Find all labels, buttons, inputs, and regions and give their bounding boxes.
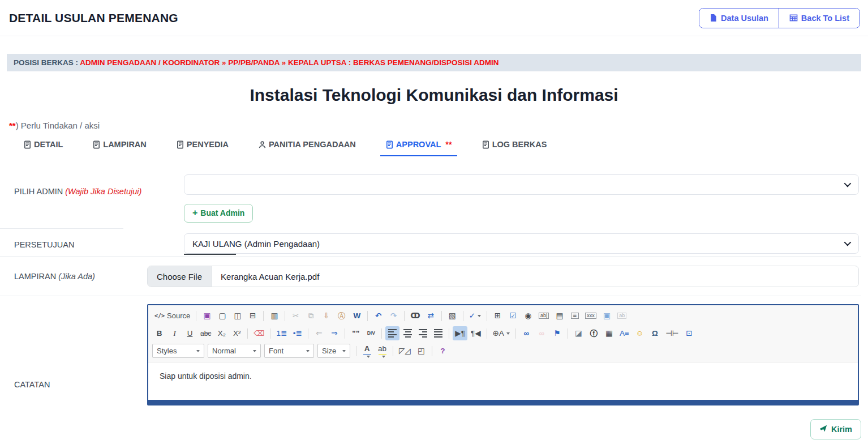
cut-button[interactable]: ✂ (289, 309, 303, 323)
caret-down-icon (196, 350, 200, 352)
source-button[interactable]: </>Source (152, 309, 192, 323)
image-button-button[interactable]: ▣ (600, 309, 614, 323)
text-field-button[interactable]: ab| (536, 309, 551, 323)
decrease-indent-button[interactable]: ⇐ (312, 326, 326, 340)
choose-file-button[interactable]: Choose File (148, 266, 212, 287)
maximize-icon: ◸◿ (399, 347, 411, 355)
replace-button[interactable]: ⇄ (424, 309, 438, 323)
redo-button[interactable]: ↷ (386, 309, 401, 323)
iframe-button[interactable]: ⊡ (682, 326, 696, 340)
tab-lampiran[interactable]: LAMPIRAN (87, 135, 152, 156)
tab-penyedia[interactable]: PENYEDIA (171, 135, 234, 156)
language-button[interactable]: ⊕A (491, 326, 512, 340)
bold-button[interactable]: B (152, 326, 166, 340)
paste-button[interactable]: ⇩ (319, 309, 333, 323)
superscript-icon: X² (233, 330, 241, 338)
horizontal-line-button[interactable]: A≡ (617, 326, 631, 340)
smiley-button[interactable]: ☺ (633, 326, 647, 340)
kirim-button[interactable]: Kirim (810, 419, 861, 439)
bulleted-list-button[interactable]: •≣ (290, 326, 304, 340)
tab-log-berkas[interactable]: LOG BERKAS (476, 135, 552, 156)
selection-field-button[interactable]: ≣ (568, 309, 582, 323)
persetujuan-select[interactable]: KAJI ULANG (Admin Pengadaan) (184, 233, 859, 254)
strikethrough-button[interactable]: abc (198, 326, 213, 340)
footer-actions: Kirim (7, 419, 861, 439)
underline-icon: U (187, 330, 193, 338)
editor-content[interactable]: Siap untuk diposisi admin. (148, 362, 858, 400)
table-button[interactable]: ▦ (602, 326, 616, 340)
undo-button[interactable]: ↶ (371, 309, 385, 323)
checkbox-button[interactable]: ☑ (506, 309, 520, 323)
back-to-list-button[interactable]: Back To List (779, 8, 860, 28)
toolbar-separator (515, 328, 516, 339)
align-right-button[interactable] (416, 326, 430, 340)
header-button-group: Data Usulan Back To List (699, 8, 860, 28)
blockquote-button[interactable]: ”” (349, 326, 363, 340)
anchor-button[interactable]: ⚑ (550, 326, 564, 340)
flash-button[interactable]: ⓕ (587, 326, 601, 340)
subscript-button[interactable]: X₂ (214, 326, 229, 340)
italic-button[interactable]: I (167, 326, 182, 340)
toolbar-separator (568, 328, 568, 339)
pilih-admin-select[interactable] (184, 174, 859, 195)
save-icon: ▣ (203, 312, 210, 320)
special-character-button[interactable]: Ω (648, 326, 662, 340)
increase-indent-button[interactable]: ⇒ (327, 326, 341, 340)
editor-resize-bar[interactable] (148, 400, 858, 404)
caret-down-icon (306, 350, 310, 352)
about-button[interactable]: ? (436, 344, 450, 358)
anchor-icon: ⚑ (553, 330, 560, 338)
bidi-rtl-button[interactable]: ¶◀ (469, 326, 483, 340)
toolbar-row-1: </>Source▣▢◫⊟▥✂⧉⇩ⒶW↶↷ↀ⇄▧✓⊞☑◉ab|▤≣xxx▣ab (152, 307, 854, 325)
text-color-button[interactable]: A (360, 344, 374, 358)
format-select[interactable]: Normal (208, 344, 261, 358)
underline-button[interactable]: U (183, 326, 197, 340)
preview-button[interactable]: ◫ (230, 309, 244, 323)
button-field-button[interactable]: xxx (583, 309, 599, 323)
textarea-button[interactable]: ▤ (552, 309, 566, 323)
radio-button-button[interactable]: ◉ (521, 309, 535, 323)
page-break-button[interactable]: ⊣⊢ (663, 326, 681, 340)
new-page-button[interactable]: ▢ (215, 309, 229, 323)
save-button[interactable]: ▣ (200, 309, 214, 323)
link-button[interactable]: ∞ (519, 326, 534, 340)
hidden-field-button[interactable]: ab (615, 309, 629, 323)
print-button[interactable]: ⊟ (246, 309, 260, 323)
size-select[interactable]: Size (317, 344, 350, 358)
align-left-button[interactable] (385, 326, 399, 340)
styles-select[interactable]: Styles (152, 344, 204, 358)
tab-detail[interactable]: DETAIL (18, 135, 68, 156)
toolbar-separator (404, 311, 405, 321)
superscript-button[interactable]: X² (230, 326, 244, 340)
background-color-button[interactable]: ab (375, 344, 389, 358)
templates-button[interactable]: ▥ (267, 309, 281, 323)
show-blocks-button[interactable]: ◰ (414, 344, 428, 358)
caret-down-icon (342, 350, 346, 352)
select-all-button[interactable]: ▧ (445, 309, 459, 323)
toolbar-separator (367, 311, 368, 321)
paste-from-word-button[interactable]: W (350, 309, 364, 323)
tab-panitia-pengadaan[interactable]: PANITIA PENGADAAN (253, 135, 361, 156)
paste-plain-text-icon: Ⓐ (338, 312, 346, 320)
tab-approval[interactable]: APPROVAL** (380, 135, 457, 156)
find-button[interactable]: ↀ (408, 309, 422, 323)
templates-icon: ▥ (270, 312, 278, 320)
maximize-button[interactable]: ◸◿ (397, 344, 413, 358)
align-justify-button[interactable] (431, 326, 445, 340)
image-button[interactable]: ◪ (571, 326, 586, 340)
data-usulan-button[interactable]: Data Usulan (699, 8, 779, 28)
bidi-ltr-button[interactable]: ▶¶ (453, 326, 467, 340)
div-container-button[interactable]: DIV (364, 326, 378, 340)
numbered-list-button[interactable]: 1≣ (274, 326, 289, 340)
spell-check-button[interactable]: ✓ (467, 309, 483, 323)
buat-admin-button[interactable]: + Buat Admin (184, 204, 253, 223)
align-center-button[interactable] (401, 326, 415, 340)
tab-lampiran-label: LAMPIRAN (103, 140, 147, 149)
font-select[interactable]: Font (264, 344, 314, 358)
unlink-button[interactable]: ∞ (535, 326, 549, 340)
remove-format-button[interactable]: ⌫ (251, 326, 267, 340)
form-button[interactable]: ⊞ (491, 309, 505, 323)
paste-plain-text-button[interactable]: Ⓐ (334, 309, 349, 323)
copy-button[interactable]: ⧉ (304, 309, 318, 323)
lampiran-file-input[interactable]: Choose File Kerangka Acuan Kerja.pdf (147, 266, 859, 287)
